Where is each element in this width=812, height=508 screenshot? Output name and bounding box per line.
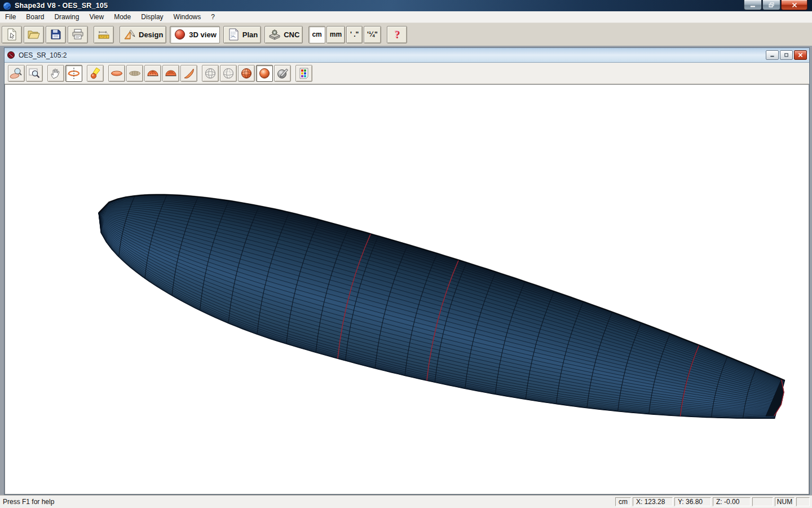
menu-bar: FileBoardDrawingViewModeDisplayWindows? bbox=[0, 11, 812, 23]
color-settings-button[interactable] bbox=[295, 65, 312, 82]
render-shaded-wire-button[interactable] bbox=[238, 65, 255, 82]
save-icon bbox=[49, 28, 63, 41]
globe-hidden-icon bbox=[222, 67, 235, 80]
dimensions-button[interactable] bbox=[94, 26, 114, 43]
dimension-icon bbox=[97, 28, 111, 41]
app-icon bbox=[3, 2, 11, 10]
sphere-edit-icon bbox=[276, 67, 289, 80]
help-button[interactable]: ?? bbox=[387, 26, 407, 43]
status-blank bbox=[752, 497, 773, 506]
open-button[interactable] bbox=[24, 26, 44, 43]
light-group bbox=[87, 65, 104, 82]
dome-sections-icon bbox=[146, 67, 160, 80]
zoom-group bbox=[8, 65, 43, 82]
design-mode-button[interactable]: Design bbox=[120, 26, 166, 43]
unit-mm-button[interactable]: mm bbox=[326, 26, 345, 43]
render-shaded-button[interactable] bbox=[256, 65, 273, 82]
child-minimize-icon bbox=[770, 52, 775, 58]
window-title: Shape3d V8 - OES_SR_105 bbox=[15, 2, 108, 10]
status-help-text: Press F1 for help bbox=[0, 498, 615, 506]
rotate-orbit-icon bbox=[67, 67, 81, 80]
menu-item-windows[interactable]: Windows bbox=[169, 12, 206, 22]
mdi-area: OES_SR_105:2 bbox=[0, 46, 812, 496]
close-button[interactable] bbox=[781, 0, 807, 10]
pan-tool-button[interactable] bbox=[47, 65, 64, 82]
render-group bbox=[202, 65, 291, 82]
rotate-tool-button[interactable] bbox=[65, 65, 82, 82]
plan-mode-button[interactable]: Plan bbox=[223, 26, 261, 43]
sphere3d-icon bbox=[173, 28, 187, 41]
view-toolbar bbox=[5, 63, 809, 84]
view-back-sections-button[interactable] bbox=[162, 65, 179, 82]
new-button[interactable] bbox=[2, 26, 22, 43]
document-icon bbox=[7, 51, 15, 59]
light-button[interactable] bbox=[87, 65, 104, 82]
menu-item-board[interactable]: Board bbox=[21, 12, 49, 22]
render-edit-button[interactable] bbox=[274, 65, 291, 82]
child-close-button[interactable] bbox=[794, 50, 807, 60]
dome-contours-icon bbox=[164, 67, 178, 80]
viewport-3d[interactable] bbox=[5, 84, 809, 494]
status-bar: Press F1 for help cm X: 123.28 Y: 36.80 … bbox=[0, 495, 812, 508]
help-group: ?? bbox=[387, 26, 407, 43]
unit-cm-button-label: cm bbox=[312, 30, 321, 38]
main-window: Shape3d V8 - OES_SR_105 FileBoardDrawing… bbox=[0, 0, 812, 508]
plan-mode-button-label: Plan bbox=[242, 30, 258, 39]
board-3d-render bbox=[5, 85, 809, 494]
3d-view-mode-button[interactable]: 3D view bbox=[170, 26, 219, 43]
zoom-window-button[interactable] bbox=[26, 65, 43, 82]
save-button[interactable] bbox=[46, 26, 66, 43]
status-y-coordinate: Y: 36.80 bbox=[674, 497, 711, 506]
palette-icon bbox=[297, 67, 311, 80]
unit-inches-fraction-button-label: '¼" bbox=[367, 30, 378, 38]
render-wireframe-button[interactable] bbox=[202, 65, 219, 82]
measure-group bbox=[94, 26, 114, 43]
menu-item-help[interactable]: ? bbox=[206, 12, 220, 22]
print-icon bbox=[71, 28, 85, 41]
child-title-bar: OES_SR_105:2 bbox=[5, 48, 809, 63]
view-perspective-button[interactable] bbox=[180, 65, 197, 82]
menu-item-drawing[interactable]: Drawing bbox=[49, 12, 84, 22]
status-blank-end bbox=[796, 497, 810, 506]
new-doc-icon bbox=[5, 28, 19, 41]
child-minimize-button[interactable] bbox=[766, 50, 779, 60]
zoom-tool-button[interactable] bbox=[8, 65, 25, 82]
title-bar: Shape3d V8 - OES_SR_105 bbox=[0, 0, 812, 11]
board-solid-icon bbox=[110, 67, 123, 80]
child-restore-button[interactable] bbox=[780, 50, 793, 60]
board-wire-icon bbox=[128, 67, 142, 80]
menu-item-view[interactable]: View bbox=[84, 12, 109, 22]
minimize-button[interactable] bbox=[744, 0, 762, 10]
sphere-mixed-icon bbox=[240, 67, 253, 80]
restore-button[interactable] bbox=[762, 0, 780, 10]
menu-item-mode[interactable]: Mode bbox=[109, 12, 136, 22]
menu-item-display[interactable]: Display bbox=[136, 12, 168, 22]
unit-inches-decimal-button[interactable]: ' ." bbox=[346, 26, 363, 43]
3d-view-mode-button-label: 3D view bbox=[189, 30, 216, 39]
status-num-lock: NUM bbox=[775, 497, 795, 506]
zoom-board-icon bbox=[10, 67, 23, 80]
render-hidden-lines-button[interactable] bbox=[220, 65, 237, 82]
unit-mm-button-label: mm bbox=[330, 30, 342, 38]
child-window-controls bbox=[766, 50, 807, 60]
light-spot-icon bbox=[89, 67, 102, 80]
print-button[interactable] bbox=[68, 26, 88, 43]
plan-icon bbox=[227, 28, 240, 41]
file-group bbox=[2, 26, 88, 43]
close-icon bbox=[792, 2, 797, 8]
view-front-sections-button[interactable] bbox=[144, 65, 161, 82]
child-restore-icon bbox=[784, 52, 789, 58]
menu-item-file[interactable]: File bbox=[0, 12, 21, 22]
help-icon: ?? bbox=[390, 28, 404, 41]
cnc-mode-button[interactable]: CNC bbox=[264, 26, 303, 43]
unit-inches-fraction-button[interactable]: '¼" bbox=[364, 26, 381, 43]
globe-wire-icon bbox=[204, 67, 217, 80]
view-bottom-button[interactable] bbox=[126, 65, 143, 82]
view-deck-button[interactable] bbox=[108, 65, 125, 82]
status-z-coordinate: Z: -0.00 bbox=[713, 497, 751, 506]
unit-cm-button[interactable]: cm bbox=[308, 26, 325, 43]
color-group bbox=[295, 65, 312, 82]
child-window: OES_SR_105:2 bbox=[4, 47, 810, 495]
unit-group: cmmm' ."'¼" bbox=[308, 26, 381, 43]
design-mode-button-label: Design bbox=[139, 30, 163, 39]
